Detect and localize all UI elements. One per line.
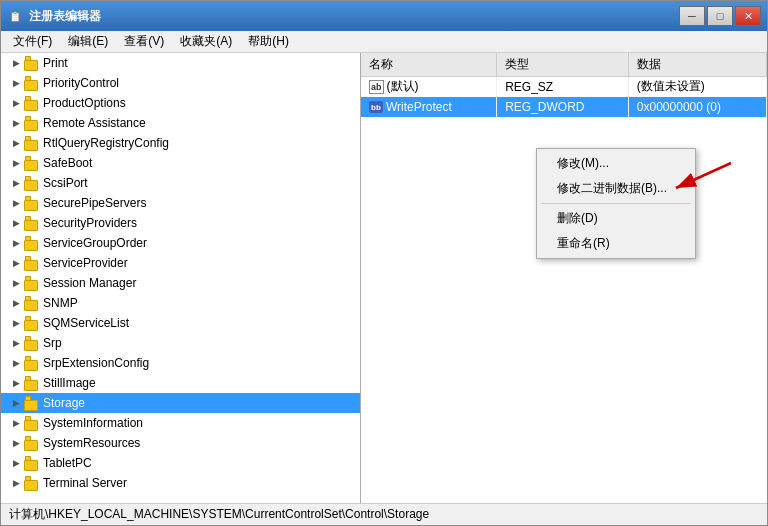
- tree-arrow-icon: ▶: [9, 396, 23, 410]
- tree-item[interactable]: ▶Remote Assistance: [1, 113, 360, 133]
- menu-favorites[interactable]: 收藏夹(A): [172, 31, 240, 52]
- table-row[interactable]: ab (默认)REG_SZ(数值未设置): [361, 77, 767, 97]
- tree-arrow-icon: ▶: [9, 56, 23, 70]
- tree-arrow-icon: ▶: [9, 356, 23, 370]
- tree-item-label: Terminal Server: [43, 476, 356, 490]
- tree-item[interactable]: ▶ScsiPort: [1, 173, 360, 193]
- close-button[interactable]: ✕: [735, 6, 761, 26]
- tree-item[interactable]: ▶RtlQueryRegistryConfig: [1, 133, 360, 153]
- ctx-modify[interactable]: 修改(M)...: [537, 151, 695, 176]
- minimize-button[interactable]: ─: [679, 6, 705, 26]
- context-menu: 修改(M)... 修改二进制数据(B)... 删除(D) 重命名(R): [536, 148, 696, 259]
- folder-icon: [23, 55, 39, 71]
- col-type: 类型: [497, 53, 629, 77]
- tree-item[interactable]: ▶SafeBoot: [1, 153, 360, 173]
- tree-item[interactable]: ▶SecurePipeServers: [1, 193, 360, 213]
- title-bar-buttons: ─ □ ✕: [679, 6, 761, 26]
- tree-item-label: Print: [43, 56, 356, 70]
- tree-item[interactable]: ▶PriorityControl: [1, 73, 360, 93]
- folder-icon: [23, 95, 39, 111]
- registry-table[interactable]: 名称 类型 数据 ab (默认)REG_SZ(数值未设置)bb WritePro…: [361, 53, 767, 503]
- tree-item[interactable]: ▶TabletPC: [1, 453, 360, 473]
- tree-item[interactable]: ▶Session Manager: [1, 273, 360, 293]
- tree-arrow-icon: ▶: [9, 416, 23, 430]
- ctx-delete[interactable]: 删除(D): [537, 206, 695, 231]
- folder-icon: [23, 335, 39, 351]
- cell-name: ab (默认): [361, 77, 497, 97]
- tree-item[interactable]: ▶Storage: [1, 393, 360, 413]
- folder-icon: [23, 135, 39, 151]
- tree-item[interactable]: ▶SystemInformation: [1, 413, 360, 433]
- tree-arrow-icon: ▶: [9, 116, 23, 130]
- table-row[interactable]: bb WriteProtectREG_DWORD0x00000000 (0): [361, 97, 767, 117]
- tree-item-label: TabletPC: [43, 456, 356, 470]
- tree-arrow-icon: ▶: [9, 256, 23, 270]
- col-data: 数据: [628, 53, 766, 77]
- tree-item-label: Session Manager: [43, 276, 356, 290]
- folder-icon: [23, 295, 39, 311]
- menu-help[interactable]: 帮助(H): [240, 31, 297, 52]
- tree-arrow-icon: ▶: [9, 136, 23, 150]
- folder-icon: [23, 415, 39, 431]
- tree-item[interactable]: ▶Srp: [1, 333, 360, 353]
- tree-arrow-icon: ▶: [9, 376, 23, 390]
- tree-item-label: SafeBoot: [43, 156, 356, 170]
- folder-icon: [23, 255, 39, 271]
- status-bar: 计算机\HKEY_LOCAL_MACHINE\SYSTEM\CurrentCon…: [1, 503, 767, 525]
- tree-item[interactable]: ▶Terminal Server: [1, 473, 360, 493]
- menu-edit[interactable]: 编辑(E): [60, 31, 116, 52]
- cell-data: (数值未设置): [628, 77, 766, 97]
- tree-item-label: RtlQueryRegistryConfig: [43, 136, 356, 150]
- folder-icon: [23, 195, 39, 211]
- tree-item-label: SrpExtensionConfig: [43, 356, 356, 370]
- tree-arrow-icon: ▶: [9, 436, 23, 450]
- tree-item-label: ProductOptions: [43, 96, 356, 110]
- tree-item[interactable]: ▶ProductOptions: [1, 93, 360, 113]
- maximize-button[interactable]: □: [707, 6, 733, 26]
- tree-arrow-icon: ▶: [9, 196, 23, 210]
- cell-type: REG_SZ: [497, 77, 629, 97]
- menu-view[interactable]: 查看(V): [116, 31, 172, 52]
- window-icon: 📋: [7, 8, 23, 24]
- col-name: 名称: [361, 53, 497, 77]
- tree-item-label: SQMServiceList: [43, 316, 356, 330]
- cell-name: bb WriteProtect: [361, 97, 497, 117]
- tree-item[interactable]: ▶ServiceProvider: [1, 253, 360, 273]
- cell-data: 0x00000000 (0): [628, 97, 766, 117]
- folder-icon: [23, 115, 39, 131]
- tree-arrow-icon: ▶: [9, 156, 23, 170]
- tree-item-label: SNMP: [43, 296, 356, 310]
- tree-arrow-icon: ▶: [9, 476, 23, 490]
- registry-tree[interactable]: ▶Print▶PriorityControl▶ProductOptions▶Re…: [1, 53, 361, 503]
- tree-arrow-icon: ▶: [9, 276, 23, 290]
- registry-values-panel: 名称 类型 数据 ab (默认)REG_SZ(数值未设置)bb WritePro…: [361, 53, 767, 503]
- tree-item[interactable]: ▶SecurityProviders: [1, 213, 360, 233]
- tree-item[interactable]: ▶SrpExtensionConfig: [1, 353, 360, 373]
- tree-arrow-icon: ▶: [9, 76, 23, 90]
- tree-item[interactable]: ▶StillImage: [1, 373, 360, 393]
- folder-icon: [23, 455, 39, 471]
- tree-item-label: Remote Assistance: [43, 116, 356, 130]
- folder-icon: [23, 395, 39, 411]
- tree-item-label: SystemInformation: [43, 416, 356, 430]
- tree-item-label: Srp: [43, 336, 356, 350]
- folder-icon: [23, 175, 39, 191]
- folder-icon: [23, 155, 39, 171]
- tree-arrow-icon: ▶: [9, 216, 23, 230]
- ctx-rename[interactable]: 重命名(R): [537, 231, 695, 256]
- folder-icon: [23, 435, 39, 451]
- tree-item[interactable]: ▶SQMServiceList: [1, 313, 360, 333]
- tree-item-label: SystemResources: [43, 436, 356, 450]
- tree-item[interactable]: ▶Print: [1, 53, 360, 73]
- ctx-modify-binary[interactable]: 修改二进制数据(B)...: [537, 176, 695, 201]
- tree-item[interactable]: ▶SNMP: [1, 293, 360, 313]
- folder-icon: [23, 75, 39, 91]
- tree-item[interactable]: ▶SystemResources: [1, 433, 360, 453]
- window-title: 注册表编辑器: [29, 8, 679, 25]
- cell-type: REG_DWORD: [497, 97, 629, 117]
- tree-arrow-icon: ▶: [9, 96, 23, 110]
- folder-icon: [23, 235, 39, 251]
- tree-item-label: ScsiPort: [43, 176, 356, 190]
- menu-file[interactable]: 文件(F): [5, 31, 60, 52]
- tree-item[interactable]: ▶ServiceGroupOrder: [1, 233, 360, 253]
